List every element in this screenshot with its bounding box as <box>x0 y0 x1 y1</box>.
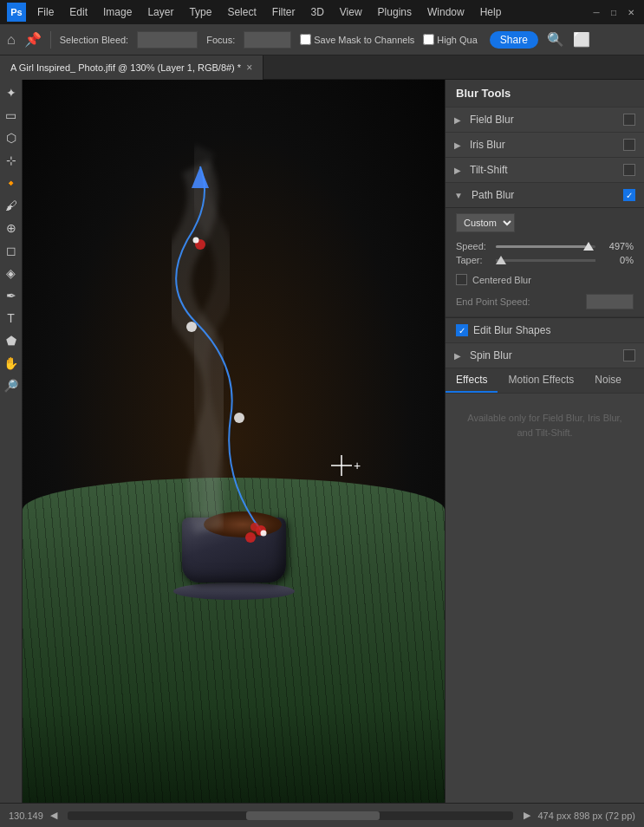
menu-view[interactable]: View <box>335 4 367 20</box>
taper-label: Taper: <box>456 255 491 265</box>
menu-type[interactable]: Type <box>185 4 216 20</box>
toolbar: ⌂ 📌 Selection Bleed: Focus: Save Mask to… <box>0 24 644 55</box>
maximize-button[interactable]: □ <box>608 6 620 18</box>
blur-tools-header: Blur Tools <box>446 80 644 107</box>
status-left-arrow[interactable]: ◀ <box>50 810 57 821</box>
field-blur-option[interactable]: ▶ Field Blur <box>446 107 644 133</box>
tilt-shift-label: Tilt-Shift <box>470 164 618 176</box>
share-button[interactable]: Share <box>490 31 538 49</box>
selection-bleed-label: Selection Bleed: <box>60 35 129 45</box>
tilt-shift-checkbox[interactable] <box>623 164 635 176</box>
gradient-tool-icon[interactable]: ◈ <box>2 264 21 283</box>
speed-slider-track[interactable] <box>496 245 595 248</box>
centered-blur-label: Centered Blur <box>472 275 531 285</box>
tab-title: A Girl Inspired_ Photo.jfif @ 130% (Laye… <box>10 62 241 73</box>
menu-layer[interactable]: Layer <box>143 4 178 20</box>
centered-blur-row: Centered Blur <box>446 270 644 290</box>
end-point-speed-value <box>586 294 634 309</box>
save-mask-wrap: Save Mask to Channels <box>300 34 414 45</box>
iris-blur-chevron: ▶ <box>454 140 465 150</box>
high-quality-wrap: High Qua <box>423 34 477 45</box>
speed-slider-row: Speed: 497% <box>446 238 644 253</box>
edit-blur-shapes-label: Edit Blur Shapes <box>473 324 550 336</box>
iris-blur-label: Iris Blur <box>470 139 618 151</box>
tilt-shift-chevron: ▶ <box>454 166 465 175</box>
speed-value: 497% <box>601 241 634 251</box>
field-blur-label: Field Blur <box>470 114 618 126</box>
path-blur-option[interactable]: ▼ Path Blur <box>446 183 644 208</box>
crop-tool-icon[interactable]: ⊹ <box>2 151 21 170</box>
text-tool-icon[interactable]: T <box>2 309 21 328</box>
path-blur-checkbox[interactable] <box>623 189 635 201</box>
menu-3d[interactable]: 3D <box>306 4 328 20</box>
high-quality-checkbox[interactable] <box>423 34 434 45</box>
path-blur-chevron: ▼ <box>454 191 465 200</box>
lasso-tool-icon[interactable]: ⬡ <box>2 128 21 147</box>
zoom-tool-icon[interactable]: 🔎 <box>2 376 21 395</box>
close-button[interactable]: ✕ <box>625 6 637 18</box>
tab-bar: A Girl Inspired_ Photo.jfif @ 130% (Laye… <box>0 55 644 80</box>
select-tool-icon[interactable]: ▭ <box>2 106 21 125</box>
menu-edit[interactable]: Edit <box>65 4 92 20</box>
status-bar: 130.149 ◀ ▶ 474 pxx 898 px (72 pp) <box>0 803 644 827</box>
eraser-tool-icon[interactable]: ◻ <box>2 241 21 260</box>
right-panel: Blur Tools ▶ Field Blur ▶ Iris Blur ▶ Ti… <box>445 80 644 803</box>
iris-blur-checkbox[interactable] <box>623 139 635 151</box>
canvas-area: + <box>23 80 445 803</box>
iris-blur-option[interactable]: ▶ Iris Blur <box>446 133 644 158</box>
end-point-speed-row: End Point Speed: <box>446 290 644 316</box>
tab-close-button[interactable]: × <box>246 62 252 74</box>
menu-help[interactable]: Help <box>476 4 506 20</box>
taper-slider-row: Taper: 0% <box>446 253 644 270</box>
save-mask-checkbox[interactable] <box>300 34 311 45</box>
title-bar: Ps File Edit Image Layer Type Select Fil… <box>0 0 644 24</box>
edit-blur-shapes-row: Edit Blur Shapes <box>446 317 644 343</box>
edit-blur-shapes-checkbox[interactable] <box>456 324 468 336</box>
tilt-shift-option[interactable]: ▶ Tilt-Shift <box>446 158 644 183</box>
save-mask-label: Save Mask to Channels <box>314 35 414 45</box>
search-icon[interactable]: 🔍 <box>547 31 564 48</box>
field-blur-checkbox[interactable] <box>623 114 635 126</box>
status-scrollbar[interactable] <box>68 811 514 820</box>
tab-motion-effects[interactable]: Motion Effects <box>498 368 584 393</box>
tab-noise[interactable]: Noise <box>584 368 632 393</box>
focus-input[interactable] <box>244 31 291 49</box>
pin-icon[interactable]: 📌 <box>24 31 42 48</box>
status-right-arrow[interactable]: ▶ <box>524 810 530 821</box>
menu-select[interactable]: Select <box>223 4 260 20</box>
main-area: ✦ ▭ ⬡ ⊹ 🔸 🖌 ⊕ ◻ ◈ ✒ T ⬟ ✋ 🔎 <box>0 80 644 803</box>
shape-tool-icon[interactable]: ⬟ <box>2 331 21 350</box>
field-blur-chevron: ▶ <box>454 115 465 125</box>
frame-icon[interactable]: ⬜ <box>573 31 590 48</box>
eyedropper-icon[interactable]: 🔸 <box>2 173 21 192</box>
taper-value: 0% <box>601 255 634 265</box>
selection-bleed-input[interactable] <box>137 31 198 49</box>
hand-tool-icon[interactable]: ✋ <box>2 354 21 373</box>
menu-plugins[interactable]: Plugins <box>374 4 416 20</box>
path-blur-dropdown[interactable]: Basic Custom <box>456 213 515 232</box>
status-scrollbar-thumb <box>246 811 380 820</box>
tab-effects[interactable]: Effects <box>446 368 498 393</box>
high-quality-label: High Qua <box>437 35 477 45</box>
left-sidebar: ✦ ▭ ⬡ ⊹ 🔸 🖌 ⊕ ◻ ◈ ✒ T ⬟ ✋ 🔎 <box>0 80 23 803</box>
spin-blur-checkbox[interactable] <box>623 349 635 361</box>
taper-slider-track[interactable] <box>496 259 595 262</box>
menu-image[interactable]: Image <box>99 4 136 20</box>
active-tab[interactable]: A Girl Inspired_ Photo.jfif @ 130% (Laye… <box>0 55 263 80</box>
cup-body <box>182 518 286 583</box>
move-tool-icon[interactable]: ✦ <box>2 83 21 102</box>
home-icon[interactable]: ⌂ <box>7 32 16 48</box>
spin-blur-option[interactable]: ▶ Spin Blur <box>446 343 644 368</box>
centered-blur-checkbox[interactable] <box>456 274 467 285</box>
spin-blur-chevron: ▶ <box>454 351 465 361</box>
minimize-button[interactable]: ─ <box>590 6 602 18</box>
menu-filter[interactable]: Filter <box>268 4 300 20</box>
menu-file[interactable]: File <box>33 4 58 20</box>
menu-window[interactable]: Window <box>423 4 469 20</box>
coffee-cup <box>173 513 295 600</box>
brush-tool-icon[interactable]: 🖌 <box>2 196 21 215</box>
stamp-tool-icon[interactable]: ⊕ <box>2 218 21 238</box>
path-blur-dropdown-wrap: Basic Custom <box>446 208 644 238</box>
pen-tool-icon[interactable]: ✒ <box>2 286 21 305</box>
effects-content: Available only for Field Blur, Iris Blur… <box>446 394 644 803</box>
